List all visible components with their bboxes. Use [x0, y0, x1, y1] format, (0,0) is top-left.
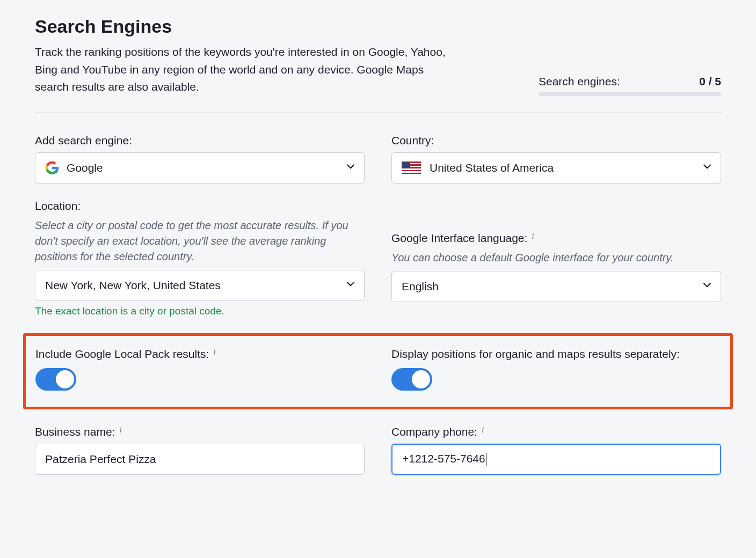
local-pack-label-text: Include Google Local Pack results: [35, 348, 209, 361]
language-label-text: Google Interface language: [391, 232, 527, 245]
chevron-down-icon [347, 282, 354, 289]
chevron-down-icon [347, 164, 354, 172]
location-value: New York, New York, United States [45, 279, 347, 292]
company-phone-input[interactable]: +1212-575-7646 [391, 444, 721, 475]
location-select[interactable]: New York, New York, United States [35, 270, 365, 301]
business-name-label: Business name: i [35, 425, 365, 438]
highlight-annotation: Include Google Local Pack results: i Dis… [23, 333, 733, 409]
info-icon[interactable]: i [119, 425, 121, 435]
page-description: Track the ranking positions of the keywo… [35, 43, 454, 96]
separate-results-label: Display positions for organic and maps r… [391, 348, 721, 361]
business-name-value: Patzeria Perfect Pizza [45, 453, 156, 466]
company-phone-value: +1212-575-7646 [402, 452, 486, 466]
info-icon[interactable]: i [482, 425, 484, 435]
engine-label: Add search engine: [35, 134, 365, 147]
us-flag-icon [402, 161, 421, 174]
separate-results-toggle[interactable] [391, 368, 432, 391]
counter-label: Search engines: [539, 75, 620, 88]
counter-progress-bar [539, 92, 721, 96]
local-pack-toggle[interactable] [35, 368, 76, 391]
engine-value: Google [67, 161, 347, 174]
local-pack-label: Include Google Local Pack results: i [35, 348, 365, 361]
language-hint: You can choose a default Google interfac… [391, 250, 721, 266]
language-label: Google Interface language: i [391, 232, 721, 245]
company-phone-label-text: Company phone: [391, 425, 477, 438]
chevron-down-icon [703, 164, 711, 172]
business-name-input[interactable]: Patzeria Perfect Pizza [35, 444, 365, 475]
google-icon [45, 161, 59, 175]
company-phone-label: Company phone: i [391, 425, 721, 438]
country-select[interactable]: United States of America [391, 152, 721, 183]
language-select[interactable]: English [391, 271, 721, 302]
location-label: Location: [35, 200, 365, 212]
info-icon[interactable]: i [532, 231, 534, 241]
page-title: Search Engines [35, 16, 454, 37]
location-hint: Select a city or postal code to get the … [35, 218, 365, 265]
engine-select[interactable]: Google [35, 152, 365, 183]
language-value: English [402, 280, 703, 293]
counter-value: 0 / 5 [699, 75, 721, 88]
info-icon[interactable]: i [213, 347, 215, 357]
chevron-down-icon [703, 283, 711, 290]
country-value: United States of America [430, 161, 703, 174]
engine-counter: Search engines: 0 / 5 [539, 75, 721, 96]
business-name-label-text: Business name: [35, 425, 115, 438]
country-label: Country: [391, 134, 721, 147]
location-success-text: The exact location is a city or postal c… [35, 305, 365, 317]
divider [35, 112, 721, 113]
